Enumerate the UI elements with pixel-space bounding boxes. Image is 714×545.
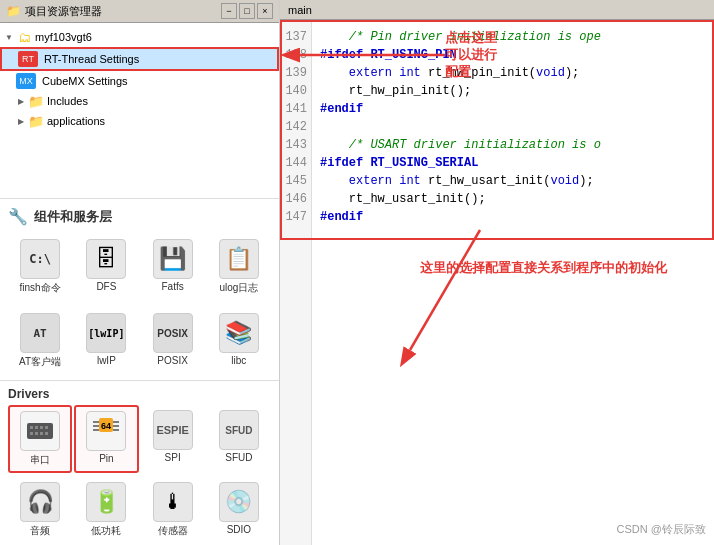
- code-text-141: #endif: [320, 100, 363, 118]
- code-text-139a: [320, 64, 349, 82]
- lwip-icon: [lwIP]: [86, 313, 126, 353]
- driver-grid-2: 🎧 音频 🔋 低功耗 🌡 传感器 💿 SDIO: [0, 475, 279, 545]
- rt-icon: RT: [18, 51, 38, 67]
- code-line-144: #ifdef RT_USING_SERIAL: [320, 154, 706, 172]
- code-line-145: extern int rt_hw_usart_init( void );: [320, 172, 706, 190]
- cubemx-label: CubeMX Settings: [42, 75, 128, 87]
- drv-audio[interactable]: 🎧 音频: [8, 477, 72, 543]
- drivers-title: Drivers: [8, 387, 49, 401]
- drv-spi[interactable]: ESPIE SPI: [141, 405, 205, 473]
- collapse-btn[interactable]: −: [221, 3, 237, 19]
- code-editor-tab[interactable]: main: [280, 0, 714, 20]
- tree-item-includes[interactable]: ▶ 📁 Includes: [0, 91, 279, 111]
- code-text-138: #ifdef RT_USING_PIN: [320, 46, 457, 64]
- code-text-144: #ifdef RT_USING_SERIAL: [320, 154, 478, 172]
- line-num-139: 139: [284, 64, 307, 82]
- components-section: 🔧 组件和服务层: [0, 198, 279, 230]
- ulog-icon: 📋: [219, 239, 259, 279]
- main-container: 📁 项目资源管理器 − □ × ▼ 🗂 myf103vgt6 RT RT-Thr…: [0, 0, 714, 545]
- code-line-143: /* USART driver initialization is o: [320, 136, 706, 154]
- svg-rect-5: [30, 432, 33, 435]
- right-panel: main 137 138 139 140 141 142 143 144 145…: [280, 0, 714, 545]
- lwip-label: lwIP: [97, 355, 116, 366]
- svg-rect-2: [35, 426, 38, 429]
- lowpower-icon: 🔋: [86, 482, 126, 522]
- code-text-139b: extern int: [349, 64, 428, 82]
- libc-label: libc: [231, 355, 246, 366]
- svg-rect-0: [27, 423, 53, 439]
- tree-item-applications[interactable]: ▶ 📁 applications: [0, 111, 279, 131]
- annotation-click-here: 点击这里可以进行配置: [445, 30, 497, 81]
- includes-label: Includes: [47, 95, 88, 107]
- tree-item-cubemx[interactable]: MX CubeMX Settings: [0, 71, 279, 91]
- sensor-label: 传感器: [158, 524, 188, 538]
- drivers-section: Drivers: [0, 380, 279, 403]
- svg-rect-1: [30, 426, 33, 429]
- drv-pin[interactable]: 64 Pin: [74, 405, 138, 473]
- svg-rect-8: [45, 432, 48, 435]
- code-line-137: /* Pin driver initialization is ope: [320, 28, 706, 46]
- rt-thread-label: RT-Thread Settings: [44, 53, 139, 65]
- svg-text:64: 64: [101, 421, 111, 431]
- comp-ulog[interactable]: 📋 ulog日志: [207, 234, 271, 300]
- audio-label: 音频: [30, 524, 50, 538]
- dfs-label: DFS: [96, 281, 116, 292]
- code-text-146: rt_hw_usart_init();: [320, 190, 486, 208]
- maximize-btn[interactable]: □: [239, 3, 255, 19]
- code-line-147: #endif: [320, 208, 706, 226]
- comp-posix[interactable]: POSIX POSIX: [141, 308, 205, 374]
- posix-icon: POSIX: [153, 313, 193, 353]
- code-line-139: extern int rt_hw_pin_init( void );: [320, 64, 706, 82]
- finsh-icon: C:\: [20, 239, 60, 279]
- drv-lowpower[interactable]: 🔋 低功耗: [74, 477, 138, 543]
- comp-at[interactable]: AT AT客户端: [8, 308, 72, 374]
- code-text-145e: );: [579, 172, 593, 190]
- drv-sensor[interactable]: 🌡 传感器: [141, 477, 205, 543]
- sfud-label: SFUD: [225, 452, 252, 463]
- sfud-icon: SFUD: [219, 410, 259, 450]
- posix-label: POSIX: [157, 355, 188, 366]
- close-panel-btn[interactable]: ×: [257, 3, 273, 19]
- watermark: CSDN @铃辰际致: [617, 522, 706, 537]
- spi-label: SPI: [165, 452, 181, 463]
- components-title: 组件和服务层: [34, 208, 112, 226]
- code-text-145c: rt_hw_usart_init(: [428, 172, 550, 190]
- component-grid-1: C:\ finsh命令 🗄 DFS 💾 Fatfs 📋 ulog日志: [0, 230, 279, 304]
- code-text-147: #endif: [320, 208, 363, 226]
- drv-serial[interactable]: 串口: [8, 405, 72, 473]
- sensor-icon: 🌡: [153, 482, 193, 522]
- sdio-icon: 💿: [219, 482, 259, 522]
- code-text-140: rt_hw_pin_init();: [320, 82, 471, 100]
- left-panel: 📁 项目资源管理器 − □ × ▼ 🗂 myf103vgt6 RT RT-Thr…: [0, 0, 280, 545]
- line-num-144: 144: [284, 154, 307, 172]
- drv-sfud[interactable]: SFUD SFUD: [207, 405, 271, 473]
- tab-title: main: [288, 4, 312, 16]
- lowpower-label: 低功耗: [91, 524, 121, 538]
- svg-rect-4: [45, 426, 48, 429]
- line-num-147: 147: [284, 208, 307, 226]
- line-num-146: 146: [284, 190, 307, 208]
- apps-arrow: ▶: [16, 116, 26, 126]
- drv-sdio[interactable]: 💿 SDIO: [207, 477, 271, 543]
- spi-icon: ESPIE: [153, 410, 193, 450]
- tree-item-rt-thread[interactable]: RT RT-Thread Settings: [0, 47, 279, 71]
- svg-rect-6: [35, 432, 38, 435]
- dfs-icon: 🗄: [86, 239, 126, 279]
- comp-dfs[interactable]: 🗄 DFS: [74, 234, 138, 300]
- project-icon: 🗂: [16, 29, 32, 45]
- tree-area: ▼ 🗂 myf103vgt6 RT RT-Thread Settings MX …: [0, 23, 279, 198]
- code-text-139e: );: [565, 64, 579, 82]
- comp-lwip[interactable]: [lwIP] lwIP: [74, 308, 138, 374]
- serial-label: 串口: [30, 453, 50, 467]
- comp-fatfs[interactable]: 💾 Fatfs: [141, 234, 205, 300]
- code-line-141: #endif: [320, 100, 706, 118]
- comp-finsh[interactable]: C:\ finsh命令: [8, 234, 72, 300]
- finsh-label: finsh命令: [20, 281, 61, 295]
- comp-libc[interactable]: 📚 libc: [207, 308, 271, 374]
- code-text-145a: [320, 172, 349, 190]
- line-numbers: 137 138 139 140 141 142 143 144 145 146 …: [280, 20, 312, 545]
- line-num-141: 141: [284, 100, 307, 118]
- pin-label: Pin: [99, 453, 113, 464]
- cubemx-icon: MX: [16, 73, 36, 89]
- tree-project-root[interactable]: ▼ 🗂 myf103vgt6: [0, 27, 279, 47]
